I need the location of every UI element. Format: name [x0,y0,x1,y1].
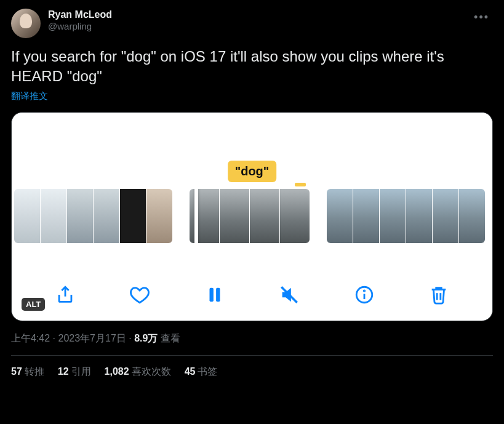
trash-icon[interactable] [426,282,451,307]
more-icon[interactable]: ••• [470,9,493,26]
share-icon[interactable] [53,282,78,307]
thumbnail [406,189,432,243]
media-card[interactable]: "dog" [11,112,493,321]
svg-rect-1 [216,287,220,302]
meta-time[interactable]: 上午4:42 [11,333,50,343]
handle: @warpling [48,21,112,33]
keyword-marker [295,183,306,186]
thumbnail [459,189,485,243]
clip-group[interactable] [14,189,172,243]
avatar[interactable] [11,9,41,38]
search-keyword-bubble: "dog" [228,161,277,182]
video-scrubber-strip[interactable] [12,189,492,243]
thumbnail [67,189,93,243]
author-block[interactable]: Ryan McLeod @warpling [48,9,112,33]
media-toolbar [12,282,492,307]
thumbnail [353,189,379,243]
svg-rect-0 [209,287,213,302]
clip-group-active[interactable] [190,189,310,243]
thumbnail [433,189,458,243]
divider [11,355,493,356]
pause-icon[interactable] [202,282,227,307]
thumbnail [327,189,353,243]
playhead[interactable] [194,189,198,243]
thumbnail [380,189,406,243]
views-count: 8.9万 [134,333,158,343]
stat-quotes[interactable]: 12引用 [58,366,91,378]
thumbnail [14,189,40,243]
tweet-container: Ryan McLeod @warpling ••• If you search … [0,0,504,378]
info-icon[interactable] [352,282,377,307]
tweet-text: If you search for "dog" on iOS 17 it'll … [11,47,493,87]
alt-badge[interactable]: ALT [22,298,45,311]
svg-point-5 [364,290,364,291]
tweet-stats: 57转推 12引用 1,082喜欢次数 45书签 [11,366,493,378]
thumbnail [280,189,310,243]
thumbnail [220,189,249,243]
views-label: 查看 [161,333,180,343]
stat-likes[interactable]: 1,082喜欢次数 [105,366,171,378]
stat-retweets[interactable]: 57转推 [11,366,44,378]
thumbnail [250,189,279,243]
tweet-header: Ryan McLeod @warpling ••• [11,9,493,38]
clip-group[interactable] [327,189,485,243]
thumbnail [146,189,172,243]
translate-link[interactable]: 翻译推文 [11,90,493,102]
mute-icon[interactable] [277,282,302,307]
display-name: Ryan McLeod [48,9,112,21]
thumbnail [41,189,66,243]
thumbnail [120,189,146,243]
meta-date[interactable]: 2023年7月17日 [58,333,126,343]
thumbnail [94,189,119,243]
stat-bookmarks[interactable]: 45书签 [185,366,218,378]
tweet-meta: 上午4:42 · 2023年7月17日 · 8.9万 查看 [11,332,493,345]
heart-icon[interactable] [127,282,152,307]
